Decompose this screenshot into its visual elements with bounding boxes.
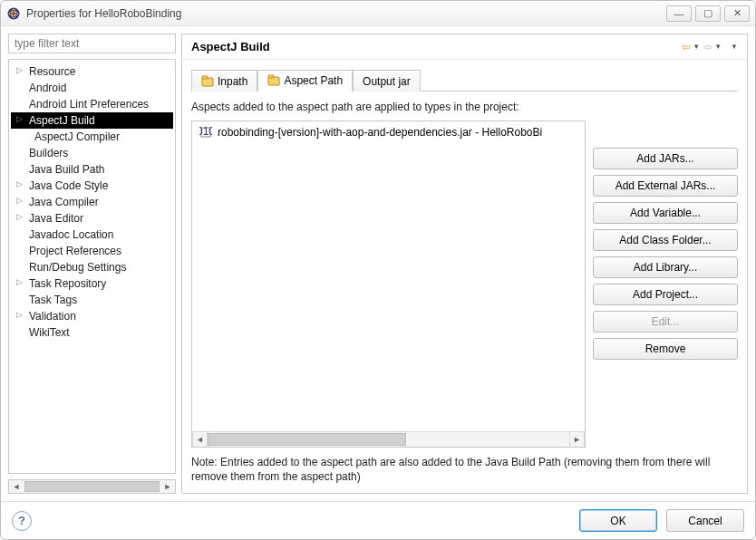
window-title: Properties for HelloRoboBinding [26,7,666,20]
sidebar-item[interactable]: AspectJ Build [11,112,173,129]
svg-rect-6 [268,75,274,78]
dialog-footer: ? OK Cancel [1,501,755,539]
add-library-button[interactable]: Add Library... [593,256,738,278]
list-item[interactable]: 010robobinding-[version]-with-aop-and-de… [196,125,581,140]
sidebar-item[interactable]: Java Editor [11,210,173,227]
sidebar-item[interactable]: Task Tags [11,292,173,308]
tab-bar: InpathAspect PathOutput jar [182,60,747,91]
sidebar-item[interactable]: Java Build Path [11,161,173,178]
maximize-button[interactable]: ▢ [695,5,721,22]
list-item-label: robobinding-[version]-with-aop-and-depen… [218,126,542,139]
note-text: Note: Entries added to the aspect path a… [191,455,738,484]
view-menu[interactable]: ▼ [731,43,738,51]
inpath-icon [201,75,214,88]
nav-forward-icon[interactable]: ⇨ [703,41,712,53]
sidebar-item[interactable]: Resource [11,63,173,80]
action-button-column: Add JARs... Add External JARs... Add Var… [593,121,738,448]
eclipse-icon [6,6,21,21]
nav-back-menu[interactable]: ▼ [693,43,700,51]
page-title: AspectJ Build [191,40,682,53]
category-tree[interactable]: ResourceAndroidAndroid Lint PreferencesA… [8,59,176,474]
sidebar-item[interactable]: Builders [11,145,173,161]
tab-output-jar[interactable]: Output jar [353,70,421,92]
sidebar: ResourceAndroidAndroid Lint PreferencesA… [8,34,176,494]
nav-back-icon[interactable]: ⇦ [682,41,691,53]
aspect-path-list[interactable]: 010robobinding-[version]-with-aop-and-de… [191,121,586,448]
add-external-jars-button[interactable]: Add External JARs... [593,175,738,197]
sidebar-item[interactable]: Java Code Style [11,178,173,194]
add-jars-button[interactable]: Add JARs... [593,148,738,169]
titlebar[interactable]: Properties for HelloRoboBinding — ▢ ✕ [1,1,755,26]
sidebar-item[interactable]: WikiText [11,324,173,341]
sidebar-item[interactable]: Validation [11,308,173,324]
svg-rect-4 [202,76,208,79]
tab-aspect-path[interactable]: Aspect Path [257,70,353,92]
add-class-folder-button[interactable]: Add Class Folder... [593,229,738,251]
add-project-button[interactable]: Add Project... [593,284,738,305]
sidebar-item[interactable]: Android [11,80,173,96]
main-panel: AspectJ Build ⇦ ▼ ⇨ ▼ ▼ InpathAspect Pat… [181,34,748,494]
svg-text:010: 010 [199,126,212,138]
sidebar-item[interactable]: Javadoc Location [11,227,173,243]
add-variable-button[interactable]: Add Variable... [593,202,738,224]
help-icon[interactable]: ? [12,511,32,531]
sidebar-item[interactable]: Project References [11,243,173,259]
minimize-button[interactable]: — [666,5,692,22]
sidebar-item[interactable]: AspectJ Compiler [11,129,173,145]
remove-button[interactable]: Remove [593,338,738,360]
close-button[interactable]: ✕ [724,5,750,22]
cancel-button[interactable]: Cancel [666,509,744,532]
edit-button: Edit... [593,311,738,333]
nav-forward-menu[interactable]: ▼ [714,43,722,51]
sidebar-item[interactable]: Task Repository [11,275,173,292]
sidebar-h-scrollbar[interactable]: ◄► [8,479,176,494]
tab-inpath[interactable]: Inpath [191,70,257,92]
tab-label: Output jar [363,75,411,88]
tab-label: Aspect Path [284,74,343,87]
tab-description: Aspects added to the aspect path are app… [191,101,738,113]
tab-label: Inpath [218,75,247,88]
filter-input[interactable] [8,34,176,53]
aspect-path-icon [267,74,280,87]
jar-icon: 010 [199,126,212,139]
ok-button[interactable]: OK [579,509,657,532]
sidebar-item[interactable]: Android Lint Preferences [11,96,173,112]
list-h-scrollbar[interactable]: ◄► [192,431,585,447]
sidebar-item[interactable]: Java Compiler [11,194,173,210]
properties-dialog: Properties for HelloRoboBinding — ▢ ✕ Re… [0,0,756,540]
sidebar-item[interactable]: Run/Debug Settings [11,259,173,275]
